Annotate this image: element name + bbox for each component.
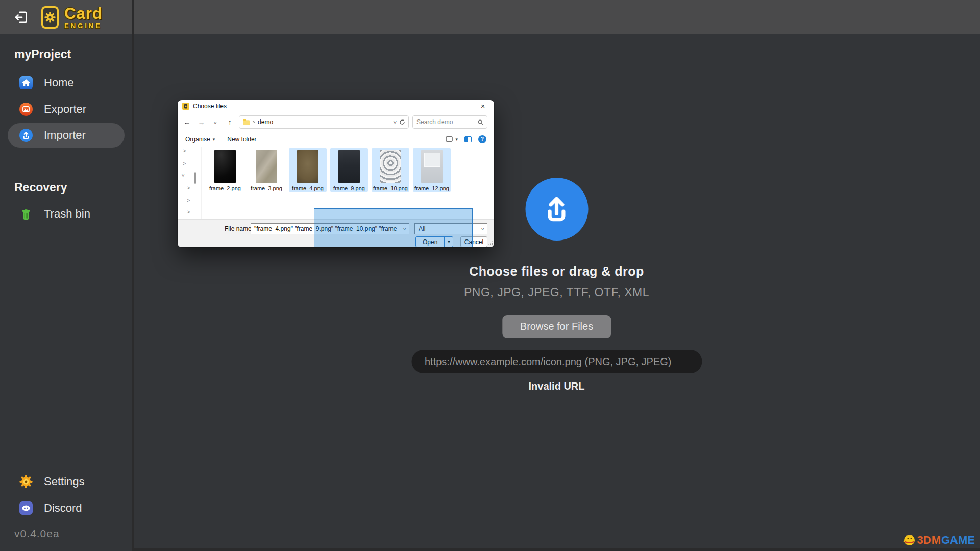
- card-engine-logo-icon: [41, 6, 59, 29]
- preview-pane-icon[interactable]: [464, 136, 472, 142]
- view-caret-icon: ▾: [455, 137, 458, 142]
- exporter-icon: [19, 103, 33, 116]
- organise-label: Organise: [185, 136, 210, 143]
- file-name-combo: >: [251, 223, 409, 234]
- logout-icon: [13, 9, 30, 26]
- tree-expand-icon[interactable]: >: [183, 148, 186, 154]
- home-icon: [19, 76, 33, 89]
- refresh-icon[interactable]: [399, 119, 405, 125]
- file-name-label: frame_10.png: [373, 185, 408, 191]
- search-box[interactable]: [412, 115, 487, 129]
- file-name-label: frame_3.png: [251, 185, 282, 191]
- tree-expand-icon[interactable]: >: [187, 197, 190, 203]
- breadcrumb-chevron-icon: >: [253, 119, 255, 125]
- address-dropdown-icon[interactable]: >: [393, 121, 398, 124]
- open-split-button: Open ▼: [415, 236, 453, 247]
- tree-expand-icon[interactable]: >: [187, 185, 190, 191]
- sidebar-item-label: Exporter: [44, 103, 86, 116]
- watermark-3dm: 3DM: [917, 534, 941, 547]
- tree-expand-icon[interactable]: >: [187, 209, 190, 215]
- help-button[interactable]: ?: [478, 135, 486, 143]
- file-item-selected[interactable]: frame_12.png: [413, 148, 451, 192]
- breadcrumb-folder[interactable]: demo: [258, 118, 273, 126]
- folder-tree-strip: > > > > > >: [178, 147, 202, 219]
- organise-menu[interactable]: Organise ▾: [185, 136, 215, 143]
- address-bar[interactable]: > demo >: [239, 115, 409, 129]
- file-thumbnail: [380, 150, 401, 183]
- sidebar-item-trash-bin[interactable]: Trash bin: [8, 202, 125, 226]
- invalid-url-message: Invalid URL: [528, 380, 584, 392]
- tree-collapse-icon[interactable]: >: [180, 174, 186, 177]
- file-name-label: frame_12.png: [414, 185, 449, 191]
- drop-heading: Choose files or drag & drop: [469, 264, 644, 279]
- sidebar-item-importer[interactable]: Importer: [8, 123, 125, 148]
- search-icon: [478, 119, 483, 125]
- 3dmgame-mascot-icon: [902, 534, 917, 547]
- trash-icon: [19, 207, 33, 221]
- sidebar-item-exporter[interactable]: Exporter: [8, 97, 125, 122]
- allowed-formats: PNG, JPG, JPEG, TTF, OTF, XML: [464, 285, 649, 299]
- top-bar: Card ENGINE: [0, 0, 980, 34]
- file-thumbnail: [421, 150, 443, 183]
- tree-expand-icon[interactable]: >: [183, 160, 186, 166]
- sidebar-item-label: Settings: [44, 475, 85, 488]
- dialog-close-button[interactable]: ×: [476, 101, 489, 111]
- cancel-button[interactable]: Cancel: [460, 236, 487, 247]
- browse-for-files-button[interactable]: Browse for Files: [502, 315, 611, 338]
- new-folder-button[interactable]: New folder: [227, 136, 256, 143]
- resize-grip[interactable]: [488, 241, 493, 245]
- open-button[interactable]: Open: [416, 237, 444, 247]
- choose-files-dialog: Choose files × ← → > ↑ > demo >: [178, 100, 494, 247]
- view-mode-button[interactable]: ▾: [446, 136, 458, 142]
- logout-button[interactable]: [11, 7, 32, 28]
- file-item-selected[interactable]: frame_10.png: [372, 148, 409, 192]
- app-version: v0.4.0ea: [14, 523, 60, 544]
- file-thumbnail: [256, 150, 277, 183]
- dialog-title: Choose files: [193, 103, 227, 110]
- file-type-dropdown-icon: >: [479, 225, 487, 232]
- file-item-selected[interactable]: frame_4.png: [289, 148, 327, 192]
- dialog-title-bar[interactable]: Choose files ×: [178, 100, 494, 112]
- file-grid: frame_2.png frame_3.png frame_4.png fram…: [202, 147, 451, 219]
- watermark-game: GAME: [941, 534, 975, 547]
- file-thumbnail: [338, 150, 360, 183]
- sidebar-item-home[interactable]: Home: [8, 70, 125, 95]
- sidebar-item-settings[interactable]: Settings: [8, 469, 125, 494]
- file-item-selected[interactable]: frame_9.png: [330, 148, 368, 192]
- file-item[interactable]: frame_3.png: [248, 148, 285, 192]
- file-thumbnail: [214, 150, 236, 183]
- bottom-edge: [0, 548, 980, 551]
- sidebar-divider: [132, 0, 134, 551]
- open-dropdown-icon[interactable]: ▼: [444, 237, 453, 247]
- search-input[interactable]: [416, 118, 476, 126]
- brand-subtitle: ENGINE: [64, 22, 103, 29]
- sidebar-item-discord[interactable]: Discord: [8, 496, 125, 520]
- sidebar: myProject Home Exporter Importer: [0, 34, 132, 551]
- discord-icon: [19, 501, 33, 515]
- upload-dropzone-button[interactable]: [525, 178, 588, 241]
- tree-scrollbar-thumb[interactable]: [194, 172, 196, 184]
- dialog-command-bar: Organise ▾ New folder ▾ ?: [178, 132, 494, 147]
- recent-locations-chevron-icon[interactable]: >: [210, 118, 221, 126]
- 3dmgame-watermark: 3DM GAME: [902, 534, 975, 547]
- sidebar-item-label: Home: [44, 76, 74, 89]
- brand-title: Card: [64, 6, 103, 21]
- file-name-dropdown-icon[interactable]: >: [401, 225, 409, 232]
- forward-icon[interactable]: →: [196, 118, 207, 126]
- back-icon[interactable]: ←: [182, 118, 192, 126]
- file-name-input[interactable]: [251, 225, 401, 232]
- up-icon[interactable]: ↑: [225, 118, 235, 126]
- file-name-label: frame_9.png: [333, 185, 365, 191]
- dialog-footer: File name: > All > Open ▼ Cancel: [178, 219, 494, 247]
- project-header: myProject: [14, 44, 71, 64]
- file-thumbnail: [297, 150, 318, 183]
- dialog-nav-toolbar: ← → > ↑ > demo >: [178, 112, 494, 132]
- importer-icon: [19, 129, 33, 142]
- dialog-app-icon: [182, 103, 189, 110]
- url-input[interactable]: [411, 350, 702, 373]
- brand-logo: Card ENGINE: [41, 6, 103, 29]
- dialog-file-area: > > > > > > frame_2.png frame_3.png fram…: [178, 147, 494, 219]
- file-type-filter[interactable]: All >: [414, 223, 487, 234]
- settings-gear-icon: [19, 475, 33, 488]
- file-item[interactable]: frame_2.png: [206, 148, 244, 192]
